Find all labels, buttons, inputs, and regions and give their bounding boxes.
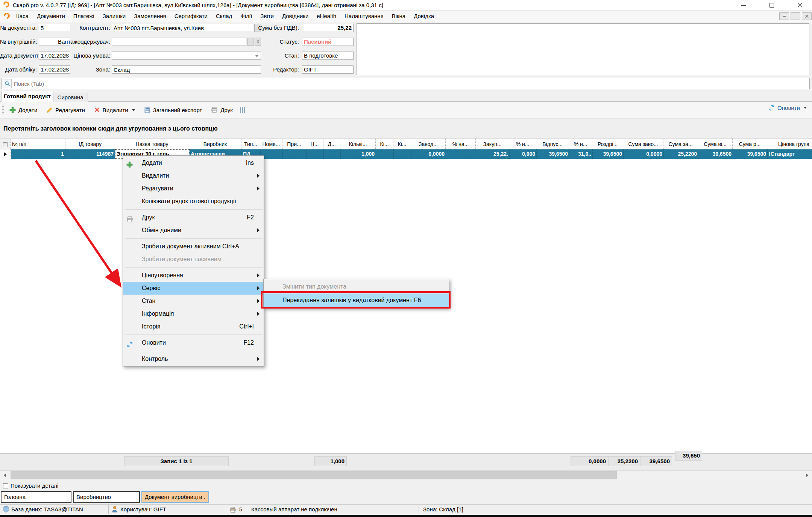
ctx-edit[interactable]: Редагувати	[123, 182, 264, 195]
menu-windows[interactable]: Вікна	[388, 11, 410, 22]
ctx-pricing[interactable]: Ціноутворення	[123, 269, 264, 282]
submenu-transfer-remainders[interactable]: Перекидання залишків у видатковий докуме…	[264, 293, 449, 307]
cell-sum-retail[interactable]: 39,6500	[733, 149, 768, 159]
tab-raw-material[interactable]: Сировина	[53, 92, 88, 102]
ctx-copy-row[interactable]: Копіювати рядок готової продукції	[123, 195, 264, 208]
scroll-right-button[interactable]	[802, 470, 812, 480]
menu-directories[interactable]: Довідники	[278, 11, 313, 22]
cell-product-id[interactable]: 114987	[65, 149, 115, 159]
mdi-minimize-button[interactable]	[779, 12, 789, 20]
col-header-manufacturer[interactable]: Виробник	[189, 139, 241, 149]
scroll-left-button[interactable]	[0, 470, 10, 480]
bottom-tab-main[interactable]: Головна	[1, 491, 71, 503]
search-input[interactable]	[13, 78, 809, 89]
cell-ki2[interactable]	[394, 149, 411, 159]
menu-certificates[interactable]: Сертифікати	[170, 11, 212, 22]
ctx-service[interactable]: Сервіс	[123, 282, 264, 295]
cell-sum-purchase[interactable]: 25,2200	[664, 149, 698, 159]
col-header-sum-dispatch[interactable]: Сума ві...	[698, 139, 733, 149]
menu-payments[interactable]: Платежі	[69, 11, 99, 22]
minimize-button[interactable]	[735, 0, 752, 10]
col-header-pct-n2[interactable]: % н...	[569, 139, 592, 149]
mdi-close-button[interactable]	[802, 12, 812, 20]
ctx-delete-label: Видалити	[142, 172, 169, 179]
col-header-n[interactable]: Н...	[306, 139, 323, 149]
col-header-pct-n1[interactable]: % н...	[509, 139, 536, 149]
menu-help[interactable]: Довідка	[410, 11, 438, 22]
col-header-pri[interactable]: При...	[282, 139, 306, 149]
col-header-type[interactable]: Тип...	[241, 139, 260, 149]
cell-n[interactable]	[307, 149, 324, 159]
col-header-sum-retail[interactable]: Сума р...	[733, 139, 767, 149]
bottom-tab-production-document[interactable]: Документ виробництв .	[141, 491, 209, 503]
col-header-ki2[interactable]: Кі...	[393, 139, 411, 149]
print-button[interactable]: Друк	[208, 105, 236, 115]
menu-reports[interactable]: Звіти	[256, 11, 278, 22]
menu-orders[interactable]: Замовлення	[130, 11, 170, 22]
col-header-nome[interactable]: Номе...	[260, 139, 282, 149]
mdi-restore-button[interactable]	[791, 12, 800, 20]
col-header-npp[interactable]: № п/п	[11, 139, 65, 149]
edit-button[interactable]: Редагувати	[43, 105, 88, 115]
delete-button[interactable]: Видалити	[91, 105, 138, 115]
maximize-button[interactable]	[763, 0, 780, 10]
cell-dispatch[interactable]: 39,6500	[537, 149, 569, 159]
cell-d[interactable]	[324, 149, 341, 159]
close-button[interactable]	[792, 0, 808, 10]
cell-pct-n2[interactable]: 31,0..	[569, 149, 593, 159]
col-header-product-id[interactable]: ІД товару	[65, 139, 115, 149]
columns-icon[interactable]	[240, 107, 245, 113]
export-button[interactable]: Загальний експорт	[141, 105, 206, 115]
ctx-refresh[interactable]: Оновити F12	[123, 336, 264, 349]
tab-finished-product[interactable]: Готовий продукт	[1, 91, 53, 102]
ctx-information[interactable]: Інформація	[123, 307, 264, 320]
menu-warehouse[interactable]: Склад	[212, 11, 236, 22]
col-header-purchase[interactable]: Закуп...	[476, 139, 509, 149]
cell-sum-factory[interactable]: 0,0000	[624, 149, 664, 159]
col-header-d[interactable]: Д...	[323, 139, 340, 149]
col-header-sum-factory[interactable]: Сума заво...	[623, 139, 663, 149]
col-header-retail[interactable]: Роздрі...	[592, 139, 623, 149]
cell-npp[interactable]: 1	[11, 149, 65, 159]
ctx-add[interactable]: Додати Ins	[123, 157, 264, 169]
ctx-history[interactable]: Історія Ctrl+I	[123, 320, 264, 333]
cell-price-group[interactable]: !Стандарт	[768, 149, 812, 159]
add-button[interactable]: Додати	[6, 105, 41, 115]
ctx-data-exchange[interactable]: Обмін даними	[123, 224, 264, 237]
cell-pri[interactable]	[283, 149, 307, 159]
cell-pct-n1[interactable]: 0,000	[510, 149, 537, 159]
col-header-price-group[interactable]: Цінова група	[767, 139, 812, 149]
menu-settings[interactable]: Налаштування	[340, 11, 388, 22]
notes-panel[interactable]	[357, 23, 809, 75]
scrollbar-thumb[interactable]	[11, 471, 617, 479]
ctx-control[interactable]: Контроль	[123, 353, 264, 365]
menu-documents[interactable]: Документи	[33, 11, 69, 22]
col-header-product-name[interactable]: Назва товару	[115, 139, 189, 149]
col-header-pct-na[interactable]: % на...	[446, 139, 476, 149]
menu-kasa[interactable]: Каса	[12, 11, 33, 22]
cell-pct-na[interactable]	[446, 149, 476, 159]
ctx-print[interactable]: Друк F2	[123, 211, 264, 224]
cell-ki1[interactable]	[376, 149, 394, 159]
cell-sum-dispatch[interactable]: 39,6500	[698, 149, 733, 159]
menu-ehealth[interactable]: eHealth	[313, 11, 340, 22]
cell-quantity[interactable]: 1,000	[341, 149, 376, 159]
col-header-dispatch[interactable]: Відпус...	[536, 139, 569, 149]
bottom-tab-production[interactable]: Виробництво	[73, 491, 140, 503]
menu-branches[interactable]: Філії	[236, 11, 256, 22]
col-header-sum-purchase[interactable]: Сума за...	[663, 139, 698, 149]
menu-stock[interactable]: Залишки	[99, 11, 130, 22]
ctx-delete[interactable]: Видалити	[123, 169, 264, 182]
cell-factory[interactable]: 0,0000	[411, 149, 446, 159]
cell-retail[interactable]: 39,6500	[593, 149, 624, 159]
refresh-button[interactable]: Оновити	[768, 105, 807, 111]
table-row[interactable]: 1 114987 Эгаллохит 30 г, гель Агроветзащ…	[0, 149, 812, 159]
col-header-factory[interactable]: Завод...	[411, 139, 446, 149]
col-header-ki1[interactable]: Кі...	[376, 139, 393, 149]
ctx-make-active[interactable]: Зробити документ активним Ctrl+A	[123, 240, 264, 253]
toolbar-grip[interactable]	[2, 105, 4, 115]
show-details-checkbox[interactable]	[3, 483, 8, 488]
ctx-state[interactable]: Стан	[123, 295, 264, 307]
cell-purchase[interactable]: 25,22.	[476, 149, 510, 159]
col-header-quantity[interactable]: Кількі...	[340, 139, 376, 149]
